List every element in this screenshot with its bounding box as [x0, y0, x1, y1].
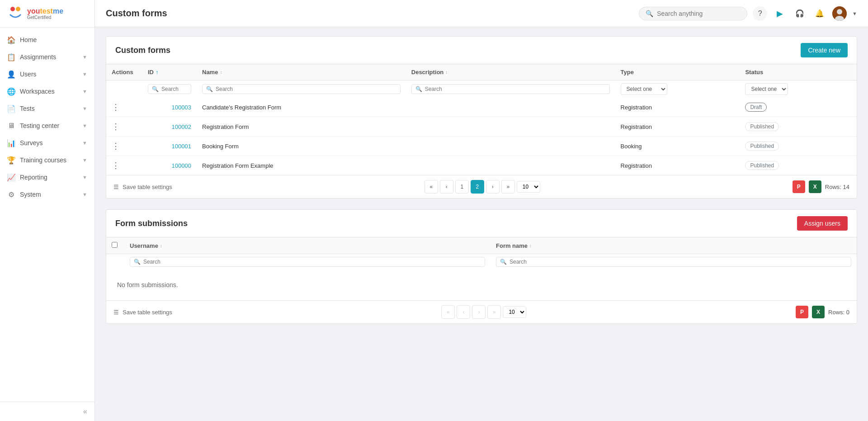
table-row: ⋮ 100002 Registration Form Registration … [106, 117, 857, 137]
search-icon: 🔍 [415, 86, 422, 92]
play-icon[interactable]: ▶ [773, 6, 787, 21]
table-row: ⋮ 100001 Booking Form Booking Published [106, 137, 857, 156]
avatar-dropdown-icon[interactable]: ▼ [852, 11, 857, 16]
logo-subtitle: GetCertified [27, 15, 63, 20]
name-search-input[interactable] [216, 86, 396, 92]
username-search-input[interactable] [143, 259, 481, 265]
sidebar-item-users[interactable]: 👤 Users ▼ [0, 66, 94, 83]
col-header-form-name[interactable]: Form name ↕ [491, 237, 857, 254]
rows-per-page-select-cf[interactable]: 10 20 50 [517, 181, 540, 193]
prev-page-button[interactable]: ‹ [457, 305, 470, 319]
sidebar-item-testing-center[interactable]: 🖥 Testing center ▼ [0, 117, 94, 134]
form-name-search-input[interactable] [509, 259, 847, 265]
sidebar-item-home[interactable]: 🏠 Home [0, 31, 94, 48]
row-status: Published [740, 117, 857, 137]
col-header-username[interactable]: Username ↕ [124, 237, 491, 254]
sidebar-item-training-courses[interactable]: 🏆 Training courses ▼ [0, 151, 94, 169]
logo: youtestme GetCertified [0, 0, 94, 28]
export-excel-button-fs[interactable]: X [812, 306, 825, 318]
create-new-button[interactable]: Create new [801, 43, 848, 57]
row-actions: ⋮ [106, 98, 142, 117]
first-page-button[interactable]: « [441, 305, 455, 319]
form-submissions-header: Form submissions Assign users [106, 210, 857, 237]
sidebar-item-system[interactable]: ⚙ System ▼ [0, 186, 94, 203]
kebab-menu-icon[interactable]: ⋮ [112, 161, 120, 170]
cf-pagination: « ‹ 1 2 › » 10 20 50 [425, 180, 540, 194]
prev-page-button[interactable]: ‹ [440, 180, 453, 194]
tests-icon: 📄 [7, 104, 15, 113]
last-page-button[interactable]: » [487, 305, 501, 319]
surveys-icon: 📊 [7, 139, 15, 147]
row-actions: ⋮ [106, 156, 142, 175]
headset-icon[interactable]: 🎧 [793, 6, 807, 21]
page-1-button[interactable]: 1 [455, 180, 469, 194]
search-box[interactable]: 🔍 [639, 7, 747, 20]
search-icon: 🔍 [206, 86, 213, 92]
id-search-input[interactable] [161, 86, 187, 92]
sidebar-item-label: Training courses [20, 156, 66, 164]
id-link[interactable]: 100003 [172, 104, 191, 111]
assign-users-button[interactable]: Assign users [797, 216, 848, 231]
rows-per-page-select-fs[interactable]: 10 20 50 [503, 306, 526, 318]
sort-both-icon: ↕ [529, 243, 532, 248]
export-excel-button[interactable]: X [809, 180, 821, 193]
testing-center-icon: 🖥 [7, 122, 15, 130]
kebab-menu-icon[interactable]: ⋮ [112, 142, 120, 151]
select-all-checkbox[interactable] [112, 242, 118, 248]
sidebar-item-reporting[interactable]: 📈 Reporting ▼ [0, 169, 94, 186]
collapse-sidebar-button[interactable]: « [83, 407, 87, 416]
export-pdf-button[interactable]: P [793, 180, 805, 193]
chevron-right-icon: ▼ [82, 192, 87, 197]
form-name-search-cell: 🔍 [491, 254, 857, 270]
sidebar-item-label: Assignments [20, 53, 56, 61]
last-page-button[interactable]: » [501, 180, 515, 194]
id-link[interactable]: 100001 [172, 143, 191, 150]
search-icon: 🔍 [646, 10, 653, 17]
checkbox-search-cell [106, 254, 124, 270]
hamburger-icon: ☰ [113, 309, 119, 316]
search-input[interactable] [657, 10, 741, 17]
sidebar-item-label: Surveys [20, 139, 43, 147]
sidebar-item-workspaces[interactable]: 🌐 Workspaces ▼ [0, 83, 94, 100]
chevron-right-icon: ▼ [82, 71, 87, 77]
save-table-settings-fs[interactable]: ☰ Save table settings [113, 309, 172, 316]
row-id: 100000 [142, 156, 197, 175]
system-icon: ⚙ [7, 190, 15, 199]
row-name: Candidate's Registration Form [197, 98, 406, 117]
row-status: Draft [740, 98, 857, 117]
main-area: Custom forms 🔍 ? ▶ 🎧 🔔 ▼ Custom forms Cr… [95, 0, 868, 421]
rows-total-fs: Rows: 0 [828, 309, 849, 316]
col-header-actions: Actions [106, 64, 142, 80]
search-icon: 🔍 [152, 86, 159, 92]
avatar[interactable] [832, 6, 847, 21]
fs-pagination: « ‹ › » 10 20 50 [441, 305, 526, 319]
page-2-button[interactable]: 2 [471, 180, 484, 194]
col-header-name[interactable]: Name ↕ [197, 64, 406, 80]
kebab-menu-icon[interactable]: ⋮ [112, 103, 120, 112]
sidebar-item-surveys[interactable]: 📊 Surveys ▼ [0, 134, 94, 151]
row-description [406, 117, 615, 137]
save-table-settings-cf[interactable]: ☰ Save table settings [113, 184, 172, 190]
sidebar-item-tests[interactable]: 📄 Tests ▼ [0, 100, 94, 117]
next-page-button[interactable]: › [472, 305, 486, 319]
type-filter-select[interactable]: Select one Registration Booking [621, 83, 667, 95]
desc-search-input[interactable] [425, 86, 606, 92]
logo-icon [7, 5, 24, 22]
form-submissions-table-wrap: Username ↕ Form name ↕ [106, 237, 857, 300]
sidebar-item-assignments[interactable]: 📋 Assignments ▼ [0, 48, 94, 66]
bell-icon[interactable]: 🔔 [812, 6, 827, 21]
kebab-menu-icon[interactable]: ⋮ [112, 122, 120, 131]
col-header-id[interactable]: ID ↑ [142, 64, 197, 80]
id-link[interactable]: 100002 [172, 123, 191, 130]
reporting-icon: 📈 [7, 173, 15, 181]
first-page-button[interactable]: « [425, 180, 438, 194]
col-header-description[interactable]: Description ↕ [406, 64, 615, 80]
status-filter-select[interactable]: Select one Draft Published [745, 83, 788, 95]
next-page-button[interactable]: › [486, 180, 500, 194]
col-header-status: Status [740, 64, 857, 80]
header: Custom forms 🔍 ? ▶ 🎧 🔔 ▼ [95, 0, 868, 27]
export-pdf-button-fs[interactable]: P [796, 306, 808, 318]
help-icon[interactable]: ? [753, 6, 767, 21]
custom-forms-table-wrap: Actions ID ↑ Name [106, 64, 857, 175]
id-link[interactable]: 100000 [172, 162, 191, 169]
